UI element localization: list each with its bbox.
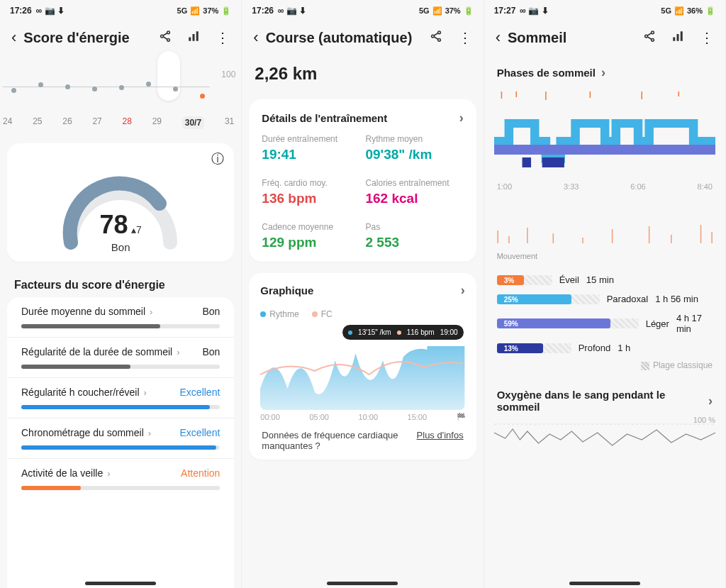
back-button[interactable]: ‹ xyxy=(253,28,258,47)
more-icon[interactable]: ⋮ xyxy=(700,29,714,46)
factor-row[interactable]: Activité de la veille›Attention xyxy=(7,458,234,499)
hr-value: 136 bpm xyxy=(262,191,359,206)
chevron-right-icon: › xyxy=(459,111,464,126)
day-29[interactable]: 29 xyxy=(152,116,162,129)
spo2-chart[interactable]: 100 % xyxy=(494,418,715,468)
sleep-phases-chart[interactable]: 1:003:336:068:40 xyxy=(494,91,715,212)
status-net: 5G xyxy=(177,6,188,15)
chevron-right-icon: › xyxy=(177,347,179,357)
chevron-right-icon: › xyxy=(601,65,605,80)
more-info-link[interactable]: Plus d'infos xyxy=(417,430,464,451)
nav-bar-pill[interactable] xyxy=(85,582,156,585)
factor-value: Bon xyxy=(202,346,220,357)
stage-name: Paradoxal xyxy=(607,294,649,304)
chevron-right-icon: › xyxy=(708,394,713,409)
status-bar: 17:27 ∞ 📷 ⬇ 5G 📶 36% 🔋 xyxy=(484,0,725,21)
factor-name: Régularité h coucher/réveil xyxy=(21,387,140,398)
share-icon[interactable] xyxy=(643,30,656,46)
header: ‹ Course (automatique) ⋮ xyxy=(242,21,483,57)
stage-row: 3% Éveil 15 min xyxy=(497,274,713,285)
day-30/7[interactable]: 30/7 xyxy=(182,116,204,129)
back-button[interactable]: ‹ xyxy=(496,28,501,47)
distance-value: 2,26 km xyxy=(242,57,483,94)
hr-label: Fréq. cardio moy. xyxy=(262,178,359,188)
status-time: 17:27 xyxy=(494,6,516,16)
stage-duration: 4 h 17 min xyxy=(676,313,713,334)
stage-name: Profond xyxy=(579,343,611,353)
status-signal-icon: 📶 xyxy=(190,6,200,16)
graph-xaxis: 00:0005:0010:0015:00🏁 xyxy=(260,410,464,421)
duration-value: 19:41 xyxy=(262,147,359,162)
spo2-heading-row[interactable]: Oxygène dans le sang pendant le sommeil … xyxy=(484,373,725,416)
day-26[interactable]: 26 xyxy=(62,116,72,129)
page-title: Course (automatique) xyxy=(266,30,423,46)
status-battery: 37% xyxy=(445,6,461,15)
status-time: 17:26 xyxy=(252,6,274,16)
phases-heading-row[interactable]: Phases de sommeil › xyxy=(484,57,725,89)
pace-label: Rythme moyen xyxy=(365,134,463,144)
status-time: 17:26 xyxy=(10,6,32,16)
nav-bar-pill[interactable] xyxy=(327,582,398,585)
screen-energy: 17:26 ∞ 📷 ⬇ 5G 📶 37% 🔋 ‹ Score d'énergie… xyxy=(0,0,242,588)
factor-row[interactable]: Durée moyenne du sommeil›Bon xyxy=(7,297,234,337)
energy-score-value: 78 xyxy=(100,210,128,239)
share-icon[interactable] xyxy=(430,30,442,46)
factor-name: Activité de la veille xyxy=(21,467,103,479)
battery-icon: 🔋 xyxy=(705,6,715,16)
back-button[interactable]: ‹ xyxy=(11,28,16,47)
svg-rect-12 xyxy=(673,37,675,40)
status-battery: 37% xyxy=(203,6,218,15)
cad-label: Cadence moyenne xyxy=(262,222,359,232)
factor-row[interactable]: Régularité de la durée de sommeil›Bon xyxy=(7,337,234,377)
stage-name: Éveil xyxy=(559,274,579,285)
training-details-card[interactable]: Détails de l'entraînement › Durée entraî… xyxy=(249,99,476,262)
stage-duration: 1 h 56 min xyxy=(655,294,698,304)
status-bar: 17:26 ∞ 📷 ⬇ 5G 📶 37% 🔋 xyxy=(0,0,241,21)
factor-name: Chronométrage du sommeil xyxy=(21,427,144,438)
status-bar: 17:26 ∞ 📷 ⬇ 5G 📶 37% 🔋 xyxy=(242,0,483,21)
stats-icon[interactable] xyxy=(671,30,684,46)
stage-duration: 1 h xyxy=(618,343,630,353)
chevron-right-icon: › xyxy=(148,428,151,438)
stats-icon[interactable] xyxy=(187,30,200,46)
details-grid: Durée entraînement19:41 Rythme moyen09'3… xyxy=(262,134,463,250)
duration-label: Durée entraînement xyxy=(262,134,359,144)
chevron-right-icon: › xyxy=(461,283,465,298)
chevron-right-icon: › xyxy=(150,306,152,317)
nav-bar-pill[interactable] xyxy=(569,582,640,585)
hatch-swatch-icon xyxy=(641,362,649,370)
factor-name: Durée moyenne du sommeil xyxy=(21,306,145,317)
factor-row[interactable]: Régularité h coucher/réveil›Excellent xyxy=(7,377,234,418)
info-icon[interactable]: ⓘ xyxy=(211,150,224,167)
day-24[interactable]: 24 xyxy=(3,116,12,129)
day-28[interactable]: 28 xyxy=(123,116,132,129)
status-signal-icon: 📶 xyxy=(674,6,684,16)
pace-hr-chart[interactable]: 13'15" /km 116 bpm 19:00 xyxy=(260,325,464,410)
day-31[interactable]: 31 xyxy=(225,116,234,129)
day-axis[interactable]: 24252627282930/731 xyxy=(0,113,241,138)
factors-list: Durée moyenne du sommeil›BonRégularité d… xyxy=(7,297,234,588)
movement-chart xyxy=(494,223,715,246)
screen-sleep: 17:27 ∞ 📷 ⬇ 5G 📶 36% 🔋 ‹ Sommeil ⋮ Phase… xyxy=(484,0,726,588)
run-graph-card[interactable]: Graphique › Rythme FC 13'15" /km 116 bpm… xyxy=(249,273,476,460)
stage-row: 25% Paradoxal 1 h 56 min xyxy=(497,294,713,304)
spo2-heading: Oxygène dans le sang pendant le sommeil xyxy=(497,389,703,413)
status-net: 5G xyxy=(419,6,430,15)
phases-heading: Phases de sommeil xyxy=(497,67,596,79)
more-icon[interactable]: ⋮ xyxy=(458,29,472,46)
stage-row: 13% Profond 1 h xyxy=(497,343,713,353)
stage-duration: 15 min xyxy=(586,274,614,285)
header: ‹ Sommeil ⋮ xyxy=(484,21,725,57)
steps-value: 2 553 xyxy=(365,235,463,250)
day-27[interactable]: 27 xyxy=(92,116,101,129)
more-icon[interactable]: ⋮ xyxy=(216,29,230,46)
energy-trend-chart[interactable]: 100 xyxy=(3,57,238,113)
battery-icon: 🔋 xyxy=(221,6,231,16)
battery-icon: 🔋 xyxy=(464,6,474,16)
factor-row[interactable]: Chronométrage du sommeil›Excellent xyxy=(7,418,234,458)
svg-rect-4 xyxy=(193,34,195,41)
share-icon[interactable] xyxy=(159,30,172,46)
stages-legend: 3% Éveil 15 min 25% Paradoxal 1 h 56 min… xyxy=(484,263,725,356)
page-title: Score d'énergie xyxy=(23,30,152,46)
day-25[interactable]: 25 xyxy=(33,116,42,129)
